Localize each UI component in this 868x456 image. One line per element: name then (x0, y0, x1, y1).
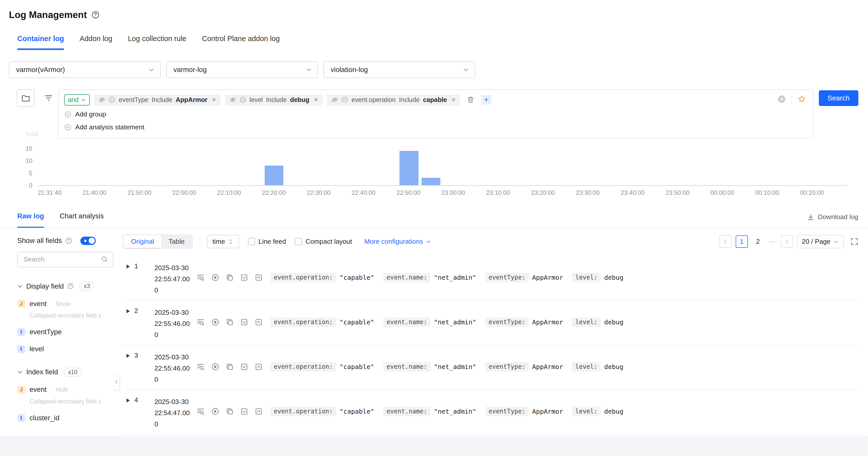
collapse-box-icon[interactable] (255, 363, 262, 371)
log-field-key[interactable]: level: (572, 407, 601, 416)
log-field-value[interactable]: "capable" (339, 274, 374, 281)
copy-icon[interactable] (226, 274, 234, 281)
fullscreen-icon[interactable] (850, 238, 858, 245)
remove-chip-icon[interactable]: × (314, 96, 318, 103)
log-field-value[interactable]: "net_admin" (434, 318, 476, 326)
context-view-icon[interactable] (197, 407, 205, 416)
tab-raw-log[interactable]: Raw log (17, 212, 44, 228)
logic-operator-select[interactable]: and (64, 94, 90, 105)
log-field-value[interactable]: AppArmor (532, 363, 563, 370)
field-search-input[interactable] (17, 251, 113, 267)
line-feed-option[interactable]: Line feed (248, 238, 286, 245)
field-action-link[interactable]: Show (56, 300, 71, 307)
add-analysis-button[interactable]: Add analysis statement (64, 123, 145, 131)
prev-page-button[interactable] (719, 235, 732, 247)
play-icon[interactable] (211, 363, 219, 371)
eye-off-icon[interactable] (99, 96, 105, 103)
play-icon[interactable] (211, 318, 219, 326)
histogram-bar[interactable] (422, 178, 441, 185)
context-view-icon[interactable] (197, 274, 205, 281)
context-view-icon[interactable] (197, 318, 205, 326)
log-field-value[interactable]: debug (604, 363, 623, 370)
add-condition-button[interactable] (481, 95, 491, 105)
tab-addon-log[interactable]: Addon log (80, 34, 112, 50)
saved-search-button[interactable] (17, 89, 34, 107)
field-item-level[interactable]: tlevel (17, 345, 113, 353)
field-section-header[interactable]: Display fieldx3 (17, 282, 113, 291)
log-field-value[interactable]: "net_admin" (434, 274, 476, 281)
eye-off-icon[interactable] (229, 96, 236, 103)
collapse-box-icon[interactable] (255, 318, 262, 326)
expand-caret-icon[interactable] (126, 398, 130, 402)
field-section-header[interactable]: Index fieldx10 (17, 368, 113, 376)
log-field-value[interactable]: debug (604, 274, 623, 281)
log-field-key[interactable]: event.name: (383, 362, 431, 371)
log-field-value[interactable]: "net_admin" (434, 363, 476, 370)
page-button-1[interactable]: 1 (736, 235, 748, 247)
log-field-key[interactable]: level: (572, 317, 601, 327)
filter-icon[interactable] (44, 94, 53, 103)
log-source-select-1[interactable]: varmor-log (166, 61, 318, 78)
page-button-2[interactable]: 2 (752, 235, 764, 247)
log-field-key[interactable]: event.name: (383, 273, 431, 282)
more-configurations-button[interactable]: More configurations (364, 238, 431, 245)
line-feed-checkbox[interactable] (248, 238, 255, 245)
histogram-bar[interactable] (400, 151, 418, 185)
log-field-value[interactable]: "capable" (339, 318, 374, 326)
trash-icon[interactable] (467, 96, 474, 104)
log-field-key[interactable]: eventType: (485, 273, 529, 282)
log-field-value[interactable]: AppArmor (532, 318, 563, 326)
log-field-value[interactable]: debug (604, 408, 623, 415)
filter-chip[interactable]: event.operationIncludecapable× (327, 94, 460, 105)
tab-chart-analysis[interactable]: Chart analysis (60, 212, 104, 228)
eye-off-icon[interactable] (331, 96, 338, 103)
sidebar-collapse-handle[interactable] (113, 374, 120, 391)
help-icon[interactable] (67, 283, 74, 290)
expand-caret-icon[interactable] (126, 309, 130, 313)
expand-box-icon[interactable] (240, 318, 248, 326)
tab-log-collection-rule[interactable]: Log collection rule (128, 34, 186, 50)
field-item-eventtype[interactable]: teventType (17, 328, 113, 336)
expand-caret-icon[interactable] (126, 354, 130, 358)
log-field-key[interactable]: event.name: (383, 317, 431, 327)
compact-layout-checkbox[interactable] (295, 238, 302, 245)
more-pages-button[interactable]: ⋯ (768, 238, 777, 246)
view-mode-original[interactable]: Original (124, 235, 161, 247)
context-view-icon[interactable] (197, 363, 205, 371)
download-log-button[interactable]: Download log (807, 213, 858, 221)
clear-query-icon[interactable] (777, 95, 786, 103)
expand-box-icon[interactable] (240, 407, 248, 416)
log-field-key[interactable]: eventType: (485, 317, 529, 327)
log-field-value[interactable]: debug (604, 318, 623, 326)
log-field-key[interactable]: level: (572, 362, 601, 371)
expand-box-icon[interactable] (240, 274, 248, 281)
log-field-key[interactable]: level: (572, 273, 601, 282)
play-icon[interactable] (211, 274, 219, 281)
tab-container-log[interactable]: Container log (17, 34, 64, 50)
expand-caret-icon[interactable] (126, 265, 130, 269)
exclude-icon[interactable] (240, 96, 246, 103)
field-item-event[interactable]: JeventHide (17, 386, 113, 394)
log-field-key[interactable]: eventType: (485, 407, 529, 416)
log-field-value[interactable]: "net_admin" (434, 408, 476, 415)
search-button[interactable]: Search (819, 90, 858, 106)
log-field-key[interactable]: event.operation: (271, 362, 336, 371)
help-icon[interactable] (91, 11, 100, 19)
collapse-box-icon[interactable] (255, 407, 262, 416)
collapse-box-icon[interactable] (255, 274, 262, 281)
exclude-icon[interactable] (109, 96, 115, 103)
next-page-button[interactable] (781, 235, 793, 247)
log-field-key[interactable]: event.operation: (271, 273, 336, 282)
add-group-button[interactable]: Add group (64, 110, 106, 118)
log-field-value[interactable]: AppArmor (532, 408, 563, 415)
favorite-star-icon[interactable] (798, 95, 806, 103)
help-icon[interactable] (65, 237, 72, 244)
log-field-key[interactable]: event.operation: (271, 317, 336, 327)
time-sort-button[interactable]: time (207, 235, 239, 248)
log-source-select-2[interactable]: violation-log (323, 61, 475, 78)
field-item-cluster-id[interactable]: tcluster_id (17, 414, 113, 422)
copy-icon[interactable] (226, 407, 234, 416)
log-field-value[interactable]: AppArmor (532, 274, 563, 281)
copy-icon[interactable] (226, 363, 234, 371)
exclude-icon[interactable] (341, 96, 348, 103)
